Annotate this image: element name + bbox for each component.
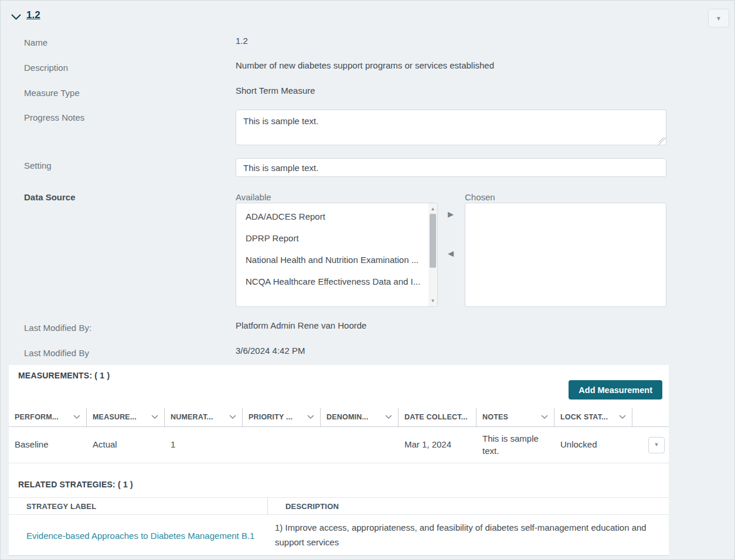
strategies-table-header: STRATEGY LABEL DESCRIPTION <box>9 497 669 515</box>
caret-down-icon: ▼ <box>716 15 722 22</box>
list-item[interactable]: DPRP Report <box>236 227 428 249</box>
cell-lock-status: Unlocked <box>554 439 632 450</box>
column-header-performance[interactable]: PERFORM... <box>9 408 87 426</box>
available-label: Available <box>236 192 271 202</box>
column-header-date-collected[interactable]: DATE COLLECT... <box>399 408 477 426</box>
page-actions-menu-button[interactable]: ▼ <box>708 9 729 28</box>
measure-type-label: Measure Type <box>24 88 80 98</box>
data-source-label: Data Source <box>24 192 76 202</box>
strategy-table-row: Evidence-based Approaches to Diabetes Ma… <box>9 515 669 556</box>
measurements-title: MEASUREMENTS: ( 1 ) <box>18 371 110 380</box>
measurement-table-row: Baseline Actual 1 Mar 1, 2024 This is sa… <box>9 427 669 463</box>
setting-input[interactable] <box>236 158 666 177</box>
name-label: Name <box>24 37 47 47</box>
scrollbar-thumb[interactable] <box>430 214 436 268</box>
collapse-chevron-icon[interactable] <box>11 12 21 23</box>
row-actions-menu-button[interactable]: ▼ <box>648 437 665 453</box>
column-header-strategy-label: STRATEGY LABEL <box>9 498 268 514</box>
sort-chevron-icon <box>307 415 314 419</box>
listbox-scrollbar[interactable]: ▲ ▼ <box>428 203 437 306</box>
last-modified-by-date-label: Last Modified By <box>24 348 89 358</box>
move-right-icon[interactable]: ▶ <box>448 210 454 218</box>
progress-notes-textarea[interactable]: This is sample text. <box>236 110 666 145</box>
measurements-table-header: PERFORM... MEASURE... NUMERAT... PRIORIT… <box>9 408 669 427</box>
sort-chevron-icon <box>73 415 80 419</box>
column-header-priority[interactable]: PRIORITY ... <box>243 408 321 426</box>
column-header-measure[interactable]: MEASURE... <box>87 408 165 426</box>
description-label: Description <box>24 63 68 73</box>
column-header-notes[interactable]: NOTES <box>477 408 554 426</box>
column-header-numerator[interactable]: NUMERAT... <box>165 408 243 426</box>
measure-detail-page: 1.2 ▼ Name 1.2 Description Number of new… <box>0 0 735 560</box>
cell-notes: This is sample text. <box>477 433 554 457</box>
column-header-actions <box>632 408 669 426</box>
measure-type-value: Short Term Measure <box>236 86 315 95</box>
add-measurement-button[interactable]: Add Measurement <box>569 380 662 399</box>
last-modified-by-name-label: Last Modified By: <box>24 323 91 333</box>
sort-chevron-icon <box>541 415 548 419</box>
column-header-denominator[interactable]: DENOMIN... <box>321 408 399 426</box>
sort-chevron-icon <box>619 415 626 419</box>
setting-label: Setting <box>24 161 52 170</box>
related-strategies-title: RELATED STRATEGIES: ( 1 ) <box>18 480 133 489</box>
caret-down-icon: ▼ <box>654 441 659 448</box>
cell-date-collected: Mar 1, 2024 <box>399 439 477 450</box>
chosen-listbox[interactable] <box>465 203 666 307</box>
sort-chevron-icon <box>229 415 236 419</box>
cell-measure: Actual <box>87 439 165 450</box>
cell-performance: Baseline <box>9 439 87 450</box>
strategy-description: 1) Improve access, appropriateness, and … <box>268 521 669 550</box>
available-listbox[interactable]: ADA/ADCES Report DPRP Report National He… <box>236 203 438 307</box>
sort-chevron-icon <box>385 415 392 419</box>
sort-chevron-icon <box>151 415 158 419</box>
scroll-up-icon[interactable]: ▲ <box>428 204 437 213</box>
page-title[interactable]: 1.2 <box>26 9 40 21</box>
description-value: Number of new diabetes support programs … <box>236 60 494 70</box>
scroll-down-icon[interactable]: ▼ <box>428 296 437 305</box>
cell-actions: ▼ <box>632 437 671 453</box>
last-modified-by-date-value: 3/6/2024 4:42 PM <box>236 346 305 356</box>
list-item[interactable]: NCQA Healthcare Effectiveness Data and I… <box>236 271 428 292</box>
last-modified-by-name-value: Platform Admin Rene van Hoorde <box>236 320 366 330</box>
column-header-description: DESCRIPTION <box>268 498 669 514</box>
name-value: 1.2 <box>236 36 248 46</box>
move-left-icon[interactable]: ◀ <box>448 249 454 258</box>
list-item[interactable]: ADA/ADCES Report <box>236 206 428 227</box>
cell-numerator: 1 <box>165 439 243 450</box>
strategy-link[interactable]: Evidence-based Approaches to Diabetes Ma… <box>9 531 268 541</box>
chosen-label: Chosen <box>465 192 495 202</box>
progress-notes-label: Progress Notes <box>24 112 84 122</box>
list-item[interactable]: National Health and Nutrition Examinatio… <box>236 249 428 271</box>
column-header-lock-status[interactable]: LOCK STAT... <box>554 408 632 426</box>
measurements-panel: MEASUREMENTS: ( 1 ) Add Measurement PERF… <box>9 365 669 556</box>
